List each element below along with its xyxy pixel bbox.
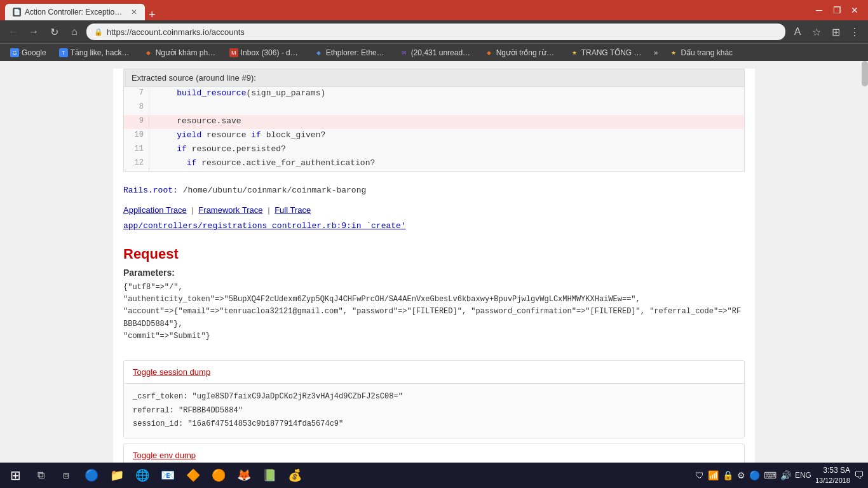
time-text: 3:53 SA bbox=[815, 465, 850, 476]
start-button[interactable]: ⊞ bbox=[4, 464, 27, 487]
search-icon: ⧉ bbox=[37, 470, 44, 481]
toggle-session-link[interactable]: Toggle session dump bbox=[133, 367, 210, 377]
taskbar-app-3[interactable]: 🌐 bbox=[131, 464, 154, 487]
antivirus-icon[interactable]: 🛡 bbox=[695, 470, 704, 480]
bookmark-ethplorer[interactable]: ◆ Ethplorer: Ethereum bbox=[309, 47, 392, 58]
close-button[interactable]: ✕ bbox=[846, 2, 863, 18]
bookmark-nguoi-trong-rung[interactable]: ◆ Người trồng rừng: đi bbox=[480, 47, 562, 58]
date-text: 13/12/2018 bbox=[815, 476, 850, 485]
scrollbar-track[interactable] bbox=[862, 61, 868, 463]
security-icon[interactable]: 🔒 bbox=[722, 470, 733, 480]
code-block: 7 build_resource(sign_up_params) 8 9 res… bbox=[124, 87, 744, 171]
line-content-7: build_resource(sign_up_params) bbox=[149, 87, 333, 101]
window-controls: ─ ❐ ✕ bbox=[811, 2, 863, 18]
toggle-session-body: _csrf_token: "ugIe8SD7faixC9JaDpCKo2jRz3… bbox=[124, 383, 744, 438]
keyboard-icon[interactable]: ⌨ bbox=[764, 470, 776, 480]
reload-button[interactable]: ↻ bbox=[46, 24, 62, 40]
notification-icon[interactable]: 🗨 bbox=[854, 470, 864, 481]
bookmark-favicon-unread: ✉ bbox=[400, 48, 409, 57]
bookmark-favicon-ethplorer: ◆ bbox=[315, 48, 323, 57]
code-section: Extracted source (around line #9): 7 bui… bbox=[123, 69, 745, 172]
bookmark-label-inbox: Inbox (306) - dens2k bbox=[241, 48, 302, 57]
forward-button[interactable]: → bbox=[25, 24, 42, 40]
bookmark-label-google: Google bbox=[22, 48, 46, 57]
bookmark-nguoi-kham-pha[interactable]: ◆ Người khám phá: Đi bbox=[139, 47, 222, 58]
toggle-env-header: Toggle env dump bbox=[124, 444, 744, 463]
trace-sep-2: | bbox=[268, 205, 272, 215]
toggle-session-header: Toggle session dump bbox=[124, 361, 744, 383]
home-button[interactable]: ⌂ bbox=[66, 24, 83, 40]
session-referral: referral: "RFBBB4DD5884" bbox=[133, 404, 735, 418]
lang-label: ENG bbox=[795, 471, 811, 480]
bookmark-star-icon[interactable]: ☆ bbox=[808, 24, 825, 40]
taskbar-app-7[interactable]: 🦊 bbox=[233, 464, 255, 487]
bookmark-label-nguoi-trong-rung: Người trồng rừng: đi bbox=[496, 48, 557, 57]
bookmarks-more-button[interactable]: » bbox=[650, 47, 662, 58]
taskbar-app-9[interactable]: 💰 bbox=[283, 464, 306, 487]
line-content-8 bbox=[149, 101, 170, 115]
app-6-icon: 🟠 bbox=[212, 468, 226, 482]
params-utf8: {"utf8"=>"/", bbox=[123, 283, 183, 292]
bookmark-label-nguoi-kham-pha: Người khám phá: Đi bbox=[156, 48, 217, 57]
app-3-icon: 🌐 bbox=[135, 468, 149, 482]
bookmark-label-dau-trang-khac: Dấu trang khác bbox=[681, 48, 733, 57]
minimize-button[interactable]: ─ bbox=[811, 2, 827, 18]
bookmark-favicon-google: G bbox=[10, 48, 19, 57]
line-num-7: 7 bbox=[124, 87, 149, 101]
trace-path-link[interactable]: app/controllers/registrations_controller… bbox=[123, 221, 406, 231]
bookmark-tang-like[interactable]: T Tăng like, hack like, h bbox=[54, 47, 137, 58]
url-text: https://account.coinmarks.io/accounts bbox=[107, 27, 245, 37]
bookmark-label-tang-like: Tăng like, hack like, h bbox=[71, 48, 132, 57]
line-content-9: resource.save bbox=[149, 115, 249, 129]
full-trace-link[interactable]: Full Trace bbox=[275, 205, 311, 215]
tab-close-button[interactable]: ✕ bbox=[131, 8, 137, 17]
windows-icon: ⊞ bbox=[10, 468, 21, 483]
toggle-env-link[interactable]: Toggle env dump bbox=[133, 451, 196, 460]
bookmark-dau-trang-khac[interactable]: ★ Dấu trang khác bbox=[664, 47, 738, 58]
translate-icon[interactable]: A bbox=[789, 24, 806, 40]
address-bar: ← → ↻ ⌂ 🔒 https://account.coinmarks.io/a… bbox=[0, 20, 868, 43]
system-icon[interactable]: ⚙ bbox=[737, 470, 745, 480]
bluetooth-icon[interactable]: 🔵 bbox=[749, 470, 760, 480]
session-id: session_id: "16a6f47514853c9b1877914fda5… bbox=[133, 417, 735, 431]
taskbar-app-5[interactable]: 🔶 bbox=[182, 464, 205, 487]
app-1-icon: 🔵 bbox=[85, 468, 98, 482]
page-area: Extracted source (around line #9): 7 bui… bbox=[0, 61, 868, 463]
restore-button[interactable]: ❐ bbox=[829, 2, 845, 18]
volume-icon[interactable]: 🔊 bbox=[780, 470, 791, 480]
taskbar-app-6[interactable]: 🟠 bbox=[207, 464, 230, 487]
taskbar-app-8[interactable]: 📗 bbox=[258, 464, 281, 487]
code-line-10: 10 yield resource if block_given? bbox=[124, 129, 744, 143]
tab-title: Action Controller: Exception cau bbox=[25, 8, 125, 17]
taskbar-app-2[interactable]: 📁 bbox=[105, 464, 128, 487]
back-button[interactable]: ← bbox=[5, 24, 22, 40]
menu-icon[interactable]: ⋮ bbox=[846, 24, 863, 40]
code-line-9: 9 resource.save bbox=[124, 115, 744, 129]
taskbar-app-4[interactable]: 📧 bbox=[156, 464, 179, 487]
code-line-11: 11 if resource.persisted? bbox=[124, 143, 744, 157]
bookmark-unread[interactable]: ✉ (20,431 unread) - mr bbox=[395, 47, 477, 58]
request-section: Request Parameters: {"utf8"=>"/", "authe… bbox=[113, 241, 755, 355]
bookmark-label-ethplorer: Ethplorer: Ethereum bbox=[326, 48, 387, 57]
bookmark-google[interactable]: G Google bbox=[5, 47, 51, 58]
line-content-11: if resource.persisted? bbox=[149, 143, 294, 157]
framework-trace-link[interactable]: Framework Trace bbox=[198, 205, 262, 215]
trace-sep-1: | bbox=[191, 205, 196, 215]
bookmark-inbox[interactable]: M Inbox (306) - dens2k bbox=[224, 47, 307, 58]
scrollbar-thumb[interactable] bbox=[862, 61, 868, 86]
code-line-12: 12 if resource.active_for_authentication… bbox=[124, 157, 744, 171]
new-tab-button[interactable]: + bbox=[149, 9, 156, 20]
wifi-icon[interactable]: 📶 bbox=[708, 470, 719, 480]
taskbar-task-view[interactable]: ⧈ bbox=[55, 464, 78, 487]
taskbar: ⊞ ⧉ ⧈ 🔵 📁 🌐 📧 🔶 🟠 🦊 📗 bbox=[0, 463, 868, 488]
active-tab[interactable]: 📄 Action Controller: Exception cau ✕ bbox=[5, 4, 145, 20]
taskbar-app-1[interactable]: 🔵 bbox=[80, 464, 103, 487]
url-bar[interactable]: 🔒 https://account.coinmarks.io/accounts bbox=[86, 24, 785, 40]
bookmark-label-trang-tong-hop: TRANG TỔNG HỢP N bbox=[581, 48, 642, 57]
taskbar-search-icon[interactable]: ⧉ bbox=[29, 464, 52, 487]
application-trace-link[interactable]: Application Trace bbox=[123, 205, 187, 215]
bookmark-trang-tong-hop[interactable]: ★ TRANG TỔNG HỢP N bbox=[565, 47, 648, 58]
extensions-icon[interactable]: ⊞ bbox=[827, 24, 844, 40]
bar-icons: A ☆ ⊞ ⋮ bbox=[789, 24, 863, 40]
code-line-8: 8 bbox=[124, 101, 744, 115]
